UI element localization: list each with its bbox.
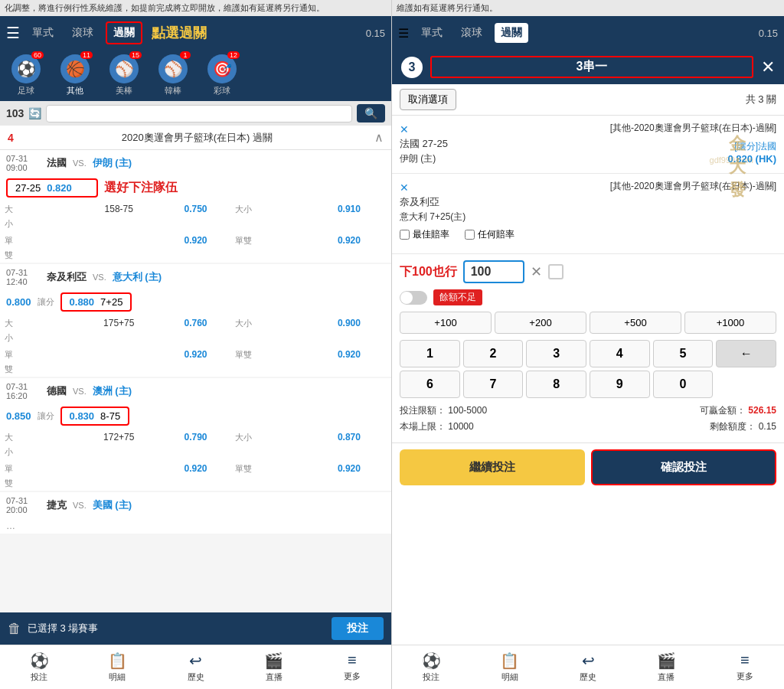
game-2-handicap-spread: 7+25 <box>100 296 122 308</box>
game-4-team2[interactable]: 美國 (主) <box>93 498 132 512</box>
nav-single-right[interactable]: 單式 <box>415 23 449 43</box>
bottom-nav-more-left[interactable]: ≡ 更多 <box>313 648 391 686</box>
game-1-team2[interactable]: 伊朗 (主) <box>93 156 132 170</box>
bet-item-1-row2: 法國 27-25 伊朗 (主) 金大發 gdf999.com [讓分]法國 0.… <box>400 137 776 167</box>
game-3-team2[interactable]: 澳洲 (主) <box>93 384 132 398</box>
soccer-badge: 60 <box>31 51 44 59</box>
korean-label: 韓棒 <box>165 85 181 96</box>
game-3-handicap-selected[interactable]: 0.830 8-75 <box>60 407 130 426</box>
sport-tab-korean[interactable]: ⚾ 1 韓棒 <box>150 53 196 98</box>
game-3-odd-odds[interactable]: 0.920 <box>158 461 233 476</box>
bet-button[interactable]: 投注 <box>332 617 384 640</box>
bottom-nav-history-left[interactable]: ↩ 歷史 <box>156 648 234 686</box>
game-3-oddeven-odds[interactable]: 0.920 <box>312 461 387 476</box>
bottom-nav-bet-left[interactable]: ⚽ 投注 <box>0 648 78 686</box>
bet-item-2-close[interactable]: ✕ <box>400 181 409 194</box>
hamburger-icon[interactable]: ☰ <box>6 24 20 42</box>
game-3-bigsmall-label: 大小 <box>235 432 310 443</box>
bet-item-1-close[interactable]: ✕ <box>400 123 409 136</box>
numpad-0[interactable]: 0 <box>653 371 714 398</box>
game-3-big-odds[interactable]: 0.790 <box>158 429 233 445</box>
modal-close-button[interactable]: ✕ <box>761 57 775 77</box>
other-icon: 🏀 <box>66 60 85 78</box>
amount-input[interactable] <box>463 260 524 283</box>
quick-btn-1000[interactable]: +1000 <box>684 312 776 334</box>
bet-nav-label: 投注 <box>31 671 47 683</box>
modal-subheader: 取消選項 共 3 關 <box>392 84 784 116</box>
quick-btn-500[interactable]: +500 <box>590 312 681 334</box>
game-1-oddeven-odds[interactable]: 0.920 <box>312 233 387 248</box>
bottom-nav-more-right[interactable]: ≡ 更多 <box>706 648 784 686</box>
numpad-4[interactable]: 4 <box>590 340 650 367</box>
nav-rolling-right[interactable]: 滾球 <box>455 23 488 43</box>
numpad-5[interactable]: 5 <box>653 340 714 367</box>
bottom-nav-detail-right[interactable]: 📋 明細 <box>470 648 548 686</box>
right-hamburger-icon[interactable]: ☰ <box>398 26 409 41</box>
amount-clear-icon[interactable]: ✕ <box>531 263 542 280</box>
game-2-handicap-selected[interactable]: 0.880 7+25 <box>60 292 132 312</box>
game-4: 07-3120:00 捷克 VS. 美國 (主) … <box>0 492 391 534</box>
best-odds-checkbox[interactable] <box>400 230 410 240</box>
sport-tab-lottery[interactable]: 🎯 12 彩球 <box>199 53 245 98</box>
search-input-left[interactable] <box>46 105 352 122</box>
bet-nav-icon: ⚽ <box>30 651 49 670</box>
nav-single-left[interactable]: 單式 <box>26 23 60 43</box>
sport-tab-other[interactable]: 🏀 11 其他 <box>52 53 98 98</box>
bottom-nav-live-left[interactable]: 🎬 直播 <box>235 648 313 686</box>
bottom-nav-bet-right[interactable]: ⚽ 投注 <box>392 648 470 686</box>
toggle-switch[interactable] <box>400 291 427 305</box>
nav-rolling-left[interactable]: 滾球 <box>66 23 100 43</box>
nav-parlay-left[interactable]: 過關 <box>106 21 142 44</box>
numpad-9[interactable]: 9 <box>590 371 650 398</box>
toggle-row: 餘額不足 <box>400 289 776 305</box>
amount-checkbox[interactable] <box>548 264 564 279</box>
game-3: 07-3116:20 德國 VS. 澳洲 (主) 0.850 讓分 0.830 … <box>0 378 391 491</box>
numpad-1[interactable]: 1 <box>400 340 460 367</box>
bottom-nav-live-right[interactable]: 🎬 直播 <box>627 648 705 686</box>
quick-btn-200[interactable]: +200 <box>495 312 586 334</box>
game-1-date: 07-3109:00 <box>6 154 41 172</box>
confirm-button[interactable]: 確認投注 <box>591 449 776 485</box>
game-3-handicap-spread: 8-75 <box>100 410 120 422</box>
right-marquee-text: 維護如有延遲將另行通知。 <box>397 3 498 12</box>
search-button-left[interactable]: 🔍 <box>357 104 385 122</box>
continue-button[interactable]: 繼續投注 <box>400 449 585 485</box>
game-2-big-odds[interactable]: 0.760 <box>158 315 233 331</box>
bet-item-2-line1: 奈及利亞 <box>400 195 776 209</box>
game-1-bigsmall-odds[interactable]: 0.910 <box>312 201 387 217</box>
nav-parlay-right[interactable]: 過關 <box>495 23 528 43</box>
game-2-oddeven-odds[interactable]: 0.920 <box>312 347 387 362</box>
bottom-nav-history-right[interactable]: ↩ 歷史 <box>549 648 627 686</box>
game-3-team1: 德國 <box>47 384 67 398</box>
game-2-main-odds[interactable]: 0.800 <box>6 296 31 308</box>
bet-item-1-handicap[interactable]: [讓分]法國 <box>727 140 776 153</box>
game-3-bigsmall-odds[interactable]: 0.870 <box>312 429 387 445</box>
trash-icon[interactable]: 🗑 <box>8 621 21 637</box>
sport-tab-baseball[interactable]: ⚾ 15 美棒 <box>101 53 147 98</box>
more-nav-icon: ≡ <box>348 651 357 669</box>
any-odds-checkbox-label[interactable]: 任何賠率 <box>465 228 514 241</box>
refresh-icon[interactable]: 🔄 <box>28 107 41 119</box>
game-2-team2[interactable]: 意大利 (主) <box>113 270 162 284</box>
selected-count-text: 已選擇 3 場賽事 <box>28 622 325 635</box>
cancel-selection-button[interactable]: 取消選項 <box>400 89 456 110</box>
game-1-odd-odds[interactable]: 0.920 <box>158 233 233 248</box>
numpad-8[interactable]: 8 <box>526 371 586 398</box>
numpad-2[interactable]: 2 <box>463 340 524 367</box>
bottom-nav-detail-left[interactable]: 📋 明細 <box>78 648 156 686</box>
game-3-main-odds[interactable]: 0.850 <box>6 410 31 422</box>
chevron-icon[interactable]: ∧ <box>374 130 384 145</box>
numpad-7[interactable]: 7 <box>463 371 524 398</box>
any-odds-checkbox[interactable] <box>465 230 475 240</box>
best-odds-checkbox-label[interactable]: 最佳賠率 <box>400 228 449 241</box>
game-1-handicap-selected[interactable]: 27-25 0.820 <box>6 178 98 198</box>
game-1-big-odds[interactable]: 0.750 <box>158 201 233 217</box>
sport-tab-soccer[interactable]: ⚽ 60 足球 <box>3 53 49 98</box>
numpad-backspace[interactable]: ← <box>716 340 776 367</box>
game-2-odd-odds[interactable]: 0.920 <box>158 347 233 362</box>
numpad-6[interactable]: 6 <box>400 371 460 398</box>
quick-btn-100[interactable]: +100 <box>400 312 492 334</box>
game-2-vs: VS. <box>93 273 106 282</box>
game-2-bigsmall-odds[interactable]: 0.900 <box>312 315 387 331</box>
numpad-3[interactable]: 3 <box>526 340 586 367</box>
